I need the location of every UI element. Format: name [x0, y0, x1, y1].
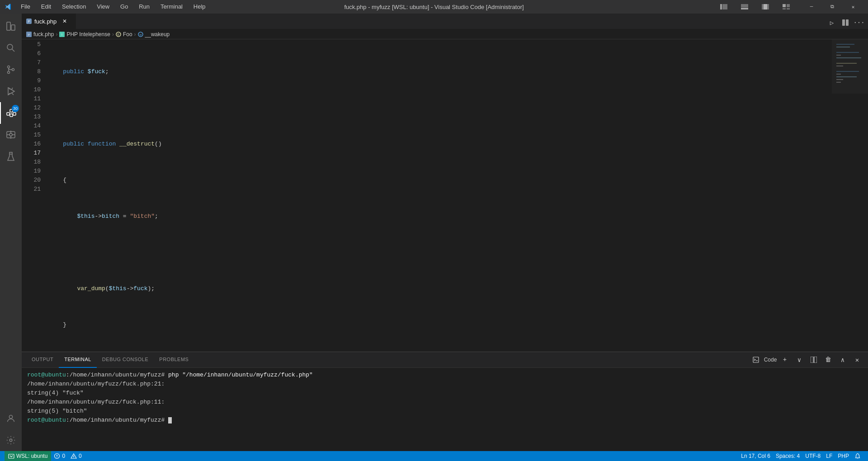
warning-icon [71, 453, 77, 459]
line-num-21: 21 [22, 185, 41, 194]
terminal-line-1: root@ubuntu:/home/inhann/ubuntu/myfuzz# … [27, 371, 863, 380]
extensions-badge: 30 [12, 105, 19, 112]
panel-tab-output[interactable]: OUTPUT [26, 352, 59, 368]
status-warning-count: 0 [79, 453, 82, 459]
code-content[interactable]: public $fuck; public function __destruct… [44, 39, 832, 352]
menu-help[interactable]: Help [190, 1, 209, 12]
menu-edit[interactable]: Edit [38, 1, 55, 12]
terminal-content[interactable]: root@ubuntu:/home/inhann/ubuntu/myfuzz# … [22, 368, 868, 451]
title-bar: File Edit Selection View Go Run Terminal… [0, 0, 868, 14]
status-line-col[interactable]: Ln 17, Col 6 [738, 451, 773, 461]
breadcrumb-sep-2: › [112, 31, 114, 38]
tab-close-btn[interactable]: ✕ [61, 18, 68, 25]
layout-panel-btn[interactable] [734, 0, 755, 14]
breadcrumb-intellephense[interactable]: I PHP Intelephense [59, 31, 110, 38]
terminal-line-2: /home/inhann/ubuntu/myfuzz/fuck.php:21: [27, 380, 863, 389]
line-num-5: 5 [22, 40, 41, 49]
svg-rect-0 [720, 4, 722, 9]
breadcrumb-foo[interactable]: E Foo [116, 31, 132, 38]
breadcrumb-wakeup[interactable]: M __wakeup [138, 31, 170, 38]
status-bar: WSL: ubuntu 0 0 Ln 17, Col 6 Spaces: 4 U… [0, 451, 868, 461]
terminal-type-btn[interactable] [750, 353, 762, 366]
activity-account[interactable] [0, 408, 22, 429]
app: 30 [0, 14, 868, 451]
line-num-17: 17 [22, 149, 41, 158]
close-panel-btn[interactable]: ✕ [851, 353, 863, 366]
svg-text:M: M [139, 33, 142, 36]
svg-rect-18 [7, 113, 9, 115]
status-eol-label: LF [826, 453, 832, 459]
line-num-8: 8 [22, 67, 41, 76]
status-notifications[interactable] [852, 451, 863, 461]
code-line-7: public function __destruct() [49, 140, 832, 149]
activity-search[interactable] [0, 37, 22, 59]
menu-run[interactable]: Run [135, 1, 153, 12]
title-bar-title: fuck.php - myfuzz [WSL: ubuntu] - Visual… [344, 4, 524, 10]
code-line-10 [49, 248, 832, 257]
svg-rect-56 [814, 357, 817, 363]
run-button[interactable]: ▷ [826, 16, 838, 29]
svg-rect-6 [783, 4, 786, 7]
code-line-8: { [49, 176, 832, 185]
status-errors[interactable]: 0 [51, 451, 68, 461]
panel-tab-terminal[interactable]: TERMINAL [59, 352, 97, 368]
layout-editor-btn[interactable] [755, 0, 776, 14]
restore-btn[interactable]: ⧉ [822, 0, 843, 14]
status-language[interactable]: PHP [835, 451, 852, 461]
menu-terminal[interactable]: Terminal [157, 1, 186, 12]
status-remote-wsl[interactable]: WSL: ubuntu [5, 451, 51, 461]
close-btn[interactable]: ✕ [843, 0, 863, 14]
split-editor-btn[interactable] [839, 16, 852, 29]
svg-point-25 [9, 415, 12, 419]
line-num-13: 13 [22, 113, 41, 122]
new-terminal-btn[interactable]: + [778, 353, 791, 366]
breadcrumb-file[interactable]: P fuck.php [26, 31, 54, 38]
layout-custom-btn[interactable] [776, 0, 797, 14]
status-wsl-label: WSL: ubuntu [16, 453, 47, 459]
maximize-panel-btn[interactable]: ∧ [836, 353, 849, 366]
layout-sidebar-btn[interactable] [713, 0, 734, 14]
svg-text:E: E [118, 33, 120, 36]
status-spaces[interactable]: Spaces: 4 [773, 451, 802, 461]
menu-view[interactable]: View [93, 1, 113, 12]
svg-point-62 [73, 457, 74, 458]
status-encoding[interactable]: UTF-8 [802, 451, 823, 461]
panel-tabs: OUTPUT TERMINAL DEBUG CONSOLE PROBLEMS C… [22, 352, 868, 368]
svg-rect-7 [787, 4, 790, 7]
terminal-dropdown-btn[interactable]: ∨ [793, 353, 806, 366]
svg-rect-29 [842, 19, 845, 26]
code-editor[interactable]: 5 6 7 8 9 10 11 12 13 14 15 16 17 18 19 … [22, 39, 868, 352]
svg-point-60 [57, 457, 57, 457]
panel-tab-problems[interactable]: PROBLEMS [154, 352, 194, 368]
split-icon [811, 357, 817, 363]
status-eol[interactable]: LF [823, 451, 835, 461]
code-line-11: var_dump($this->fuck); [49, 284, 832, 293]
activity-remote-explorer[interactable] [0, 124, 22, 146]
line-num-19: 19 [22, 167, 41, 176]
tab-fuck-php[interactable]: P fuck.php ✕ [22, 14, 76, 29]
more-actions-btn[interactable]: ··· [853, 16, 865, 29]
menu-go[interactable]: Go [117, 1, 132, 12]
activity-source-control[interactable] [0, 59, 22, 80]
split-terminal-btn[interactable] [807, 353, 820, 366]
vscode-icon [5, 3, 12, 10]
breadcrumb-sep-3: › [134, 31, 136, 38]
breadcrumb-file-icon: P [26, 32, 32, 37]
line-num-7: 7 [22, 58, 41, 67]
activity-extensions[interactable]: 30 [0, 102, 22, 124]
minimize-btn[interactable]: ─ [801, 0, 822, 14]
menu-file[interactable]: File [17, 1, 34, 12]
status-spaces-label: Spaces: 4 [776, 453, 800, 459]
activity-explorer[interactable] [0, 15, 22, 37]
terminal-line-3: string(4) "fuck" [27, 389, 863, 398]
status-warnings[interactable]: 0 [68, 451, 85, 461]
kill-terminal-btn[interactable]: 🗑 [822, 353, 835, 366]
svg-rect-52 [832, 39, 868, 94]
activity-run-debug[interactable] [0, 80, 22, 102]
code-line-12: } [49, 320, 832, 329]
breadcrumb: P fuck.php › I PHP Intelephense › E Foo [22, 29, 868, 39]
activity-settings[interactable] [0, 429, 22, 451]
panel-tab-debug[interactable]: DEBUG CONSOLE [97, 352, 154, 368]
activity-testing[interactable] [0, 146, 22, 167]
menu-selection[interactable]: Selection [58, 1, 90, 12]
